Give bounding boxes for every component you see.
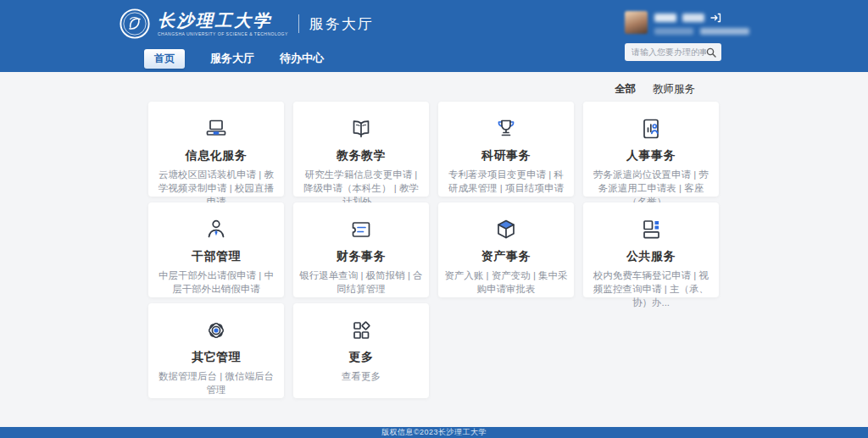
- card-title: 公共服务: [583, 249, 719, 264]
- service-portal-page: 长沙理工大学 CHANGSHA UNIVERSITY OF SCIENCE & …: [0, 0, 868, 438]
- trophy-icon: [438, 115, 574, 142]
- user-avatar[interactable]: [625, 11, 648, 34]
- card-desc: 中层干部外出请假申请 | 中层干部外出销假申请: [148, 269, 284, 296]
- user-name-redacted: [654, 14, 676, 22]
- service-card-assets[interactable]: 资产事务 资产入账 | 资产变动 | 集中采购申请审批表: [438, 202, 574, 297]
- service-card-academic[interactable]: 教务教学 研究生学籍信息变更申请 | 降级申请（本科生） | 教学计划外...: [293, 102, 429, 197]
- user-info-redacted: [654, 11, 749, 35]
- ticket-icon: [293, 216, 429, 243]
- card-title: 教务教学: [293, 148, 429, 164]
- open-book-icon: [293, 115, 429, 142]
- service-card-research[interactable]: 科研事务 专利著录项目变更申请 | 科研成果管理 | 项目结项申请: [438, 102, 574, 197]
- service-card-grid: 信息化服务 云塘校区固话装机申请 | 教学视频录制申请 | 校园直播申请 教务教…: [148, 102, 725, 398]
- tab-service-hall[interactable]: 服务大厅: [210, 51, 254, 66]
- service-card-finance[interactable]: 财务事务 银行退单查询 | 极简报销 | 合同结算管理: [293, 202, 429, 297]
- card-title: 更多: [293, 350, 429, 365]
- cube-icon: [438, 216, 574, 243]
- footer: 版权信息©2023长沙理工大学: [0, 427, 868, 438]
- card-title: 财务事务: [293, 249, 429, 264]
- card-title: 信息化服务: [148, 148, 284, 164]
- university-name: 长沙理工大学: [158, 11, 288, 30]
- title-divider: [298, 14, 299, 33]
- card-title: 干部管理: [148, 249, 284, 264]
- laptop-icon: [148, 115, 284, 142]
- person-tie-icon: [148, 216, 284, 243]
- user-role-redacted: [700, 28, 749, 35]
- card-title: 资产事务: [438, 249, 574, 264]
- grid-more-icon: [293, 317, 429, 344]
- university-logo-icon: [119, 8, 151, 40]
- footer-copyright: 版权信息©2023长沙理工大学: [381, 428, 487, 436]
- user-block: [625, 11, 749, 35]
- app-header: 长沙理工大学 CHANGSHA UNIVERSITY OF SCIENCE & …: [0, 0, 868, 72]
- search-input[interactable]: [625, 47, 706, 57]
- card-desc: 资产入账 | 资产变动 | 集中采购申请审批表: [438, 269, 574, 296]
- service-card-other[interactable]: 其它管理 数据管理后台 | 微信端后台管理: [148, 303, 284, 398]
- brand-text: 长沙理工大学 CHANGSHA UNIVERSITY OF SCIENCE & …: [158, 11, 288, 36]
- logout-icon[interactable]: [710, 13, 721, 23]
- card-desc: 校内免费车辆登记申请 | 视频监控查询申请 | 主（承、协）办...: [583, 269, 719, 309]
- filter-teacher-services[interactable]: 教师服务: [653, 82, 695, 97]
- id-card-person-icon: [583, 115, 719, 142]
- portal-title: 服务大厅: [309, 14, 374, 34]
- card-title: 其它管理: [148, 350, 284, 365]
- user-id-redacted: [682, 14, 704, 22]
- brand: 长沙理工大学 CHANGSHA UNIVERSITY OF SCIENCE & …: [119, 8, 374, 40]
- service-card-personnel[interactable]: 人事事务 劳务派遣岗位设置申请 | 劳务派遣用工申请表 | 客座（名誉）...: [583, 102, 719, 197]
- card-desc: 查看更多: [293, 369, 429, 383]
- service-card-public[interactable]: 公共服务 校内免费车辆登记申请 | 视频监控查询申请 | 主（承、协）办...: [583, 202, 719, 297]
- card-desc: 专利著录项目变更申请 | 科研成果管理 | 项目结项申请: [438, 168, 574, 195]
- service-card-more[interactable]: 更多 查看更多: [293, 303, 429, 398]
- card-desc: 银行退单查询 | 极简报销 | 合同结算管理: [293, 269, 429, 296]
- card-desc: 数据管理后台 | 微信端后台管理: [148, 369, 284, 396]
- filter-all[interactable]: 全部: [615, 82, 636, 97]
- main-nav: 首页 服务大厅 待办中心: [144, 49, 324, 68]
- card-title: 科研事务: [438, 148, 574, 164]
- tab-todo-center[interactable]: 待办中心: [280, 51, 324, 66]
- category-filters: 全部 教师服务: [615, 82, 695, 97]
- blocks-icon: [583, 216, 719, 243]
- service-card-cadre[interactable]: 干部管理 中层干部外出请假申请 | 中层干部外出销假申请: [148, 202, 284, 297]
- service-card-info[interactable]: 信息化服务 云塘校区固话装机申请 | 教学视频录制申请 | 校园直播申请: [148, 102, 284, 197]
- gear-icon: [148, 317, 284, 344]
- user-dept-redacted: [654, 28, 693, 35]
- card-title: 人事事务: [583, 148, 719, 164]
- tab-home[interactable]: 首页: [144, 49, 185, 69]
- university-name-en: CHANGSHA UNIVERSITY OF SCIENCE & TECHNOL…: [158, 31, 288, 36]
- search-icon[interactable]: [706, 47, 716, 58]
- search-box: [625, 43, 721, 61]
